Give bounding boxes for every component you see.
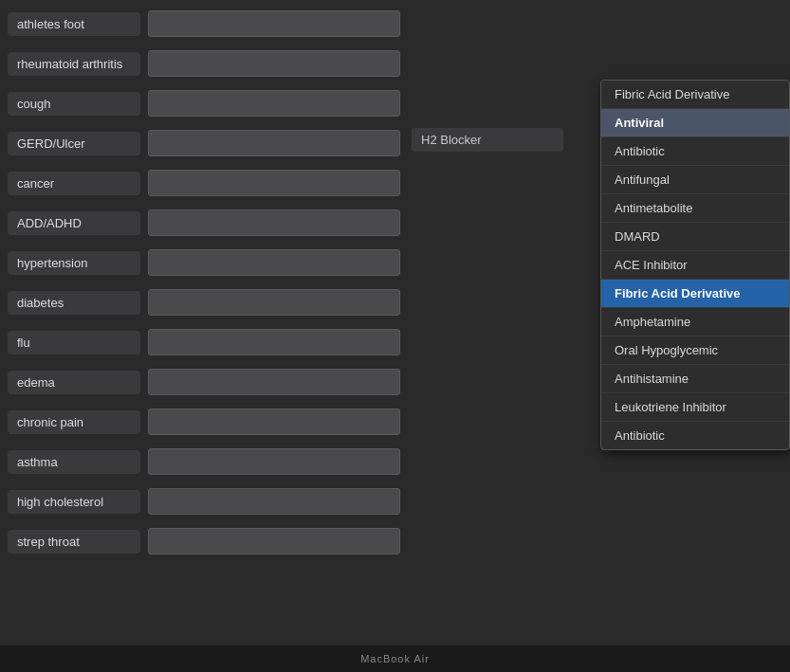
- right-row: [408, 478, 790, 518]
- dropdown-item[interactable]: Leukotriene Inhibitor: [601, 393, 789, 422]
- dropdown-item[interactable]: Antihistamine: [601, 365, 789, 393]
- condition-row: cancer: [0, 163, 408, 203]
- dropdown-item[interactable]: Antibiotic: [601, 137, 789, 166]
- condition-label: chronic pain: [8, 410, 140, 434]
- dropdown-item[interactable]: ACE Inhibitor: [601, 251, 789, 280]
- dropdown-item[interactable]: Antifungal: [601, 166, 789, 194]
- condition-input[interactable]: [148, 329, 400, 355]
- condition-label: diabetes: [8, 291, 140, 315]
- right-column: H2 Blocker Fibric Acid DerivativeAntivir…: [408, 0, 790, 672]
- dropdown-item[interactable]: DMARD: [601, 223, 789, 251]
- condition-input[interactable]: [148, 448, 400, 475]
- condition-input[interactable]: [148, 130, 400, 156]
- condition-row: high cholesterol: [0, 481, 408, 521]
- right-row: [408, 518, 790, 557]
- macbook-bar: MacBook Air: [0, 645, 790, 672]
- dropdown-item[interactable]: Fibric Acid Derivative: [601, 280, 789, 308]
- condition-row: cough: [0, 83, 408, 123]
- dropdown-item[interactable]: Antimetabolite: [601, 194, 789, 223]
- condition-input[interactable]: [148, 90, 400, 117]
- condition-label: rheumatoid arthritis: [8, 52, 140, 76]
- condition-label: athletes foot: [8, 12, 140, 36]
- dropdown-item[interactable]: Amphetamine: [601, 308, 789, 336]
- condition-label: edema: [8, 371, 140, 394]
- condition-label: flu: [8, 331, 140, 354]
- dropdown-menu: Fibric Acid DerivativeAntiviralAntibioti…: [600, 80, 790, 450]
- condition-row: strep throat: [0, 521, 408, 561]
- right-row: [408, 40, 790, 80]
- main-content: athletes footrheumatoid arthritiscoughGE…: [0, 0, 790, 672]
- condition-label: GERD/Ulcer: [8, 132, 140, 155]
- condition-input[interactable]: [148, 50, 400, 77]
- condition-row: edema: [0, 362, 408, 402]
- condition-row: ADD/ADHD: [0, 203, 408, 243]
- condition-input[interactable]: [148, 409, 400, 435]
- dropdown-item[interactable]: Antiviral: [601, 109, 789, 137]
- condition-row: asthma: [0, 442, 408, 481]
- condition-row: GERD/Ulcer: [0, 123, 408, 163]
- right-row: [408, 0, 790, 40]
- condition-label: hypertension: [8, 251, 140, 275]
- condition-input[interactable]: [148, 369, 400, 395]
- condition-input[interactable]: [148, 170, 400, 196]
- condition-row: hypertension: [0, 243, 408, 282]
- macbook-label: MacBook Air: [360, 653, 430, 664]
- condition-row: diabetes: [0, 282, 408, 322]
- condition-label: high cholesterol: [8, 490, 140, 514]
- right-label: H2 Blocker: [412, 128, 563, 152]
- condition-row: chronic pain: [0, 402, 408, 442]
- dropdown-item[interactable]: Antibiotic: [601, 422, 789, 449]
- condition-row: rheumatoid arthritis: [0, 44, 408, 83]
- condition-row: flu: [0, 322, 408, 362]
- left-column: athletes footrheumatoid arthritiscoughGE…: [0, 0, 408, 672]
- condition-input[interactable]: [148, 10, 400, 37]
- condition-row: athletes foot: [0, 4, 408, 44]
- condition-label: ADD/ADHD: [8, 211, 140, 235]
- condition-label: cough: [8, 92, 140, 116]
- screen: athletes footrheumatoid arthritiscoughGE…: [0, 0, 790, 672]
- condition-label: asthma: [8, 450, 140, 474]
- condition-input[interactable]: [148, 488, 400, 515]
- condition-input[interactable]: [148, 209, 400, 236]
- condition-label: cancer: [8, 172, 140, 195]
- dropdown-item[interactable]: Oral Hypoglycemic: [601, 336, 789, 365]
- dropdown-item[interactable]: Fibric Acid Derivative: [601, 81, 789, 109]
- condition-label: strep throat: [8, 530, 140, 554]
- condition-input[interactable]: [148, 528, 400, 554]
- condition-input[interactable]: [148, 249, 400, 276]
- condition-input[interactable]: [148, 289, 400, 316]
